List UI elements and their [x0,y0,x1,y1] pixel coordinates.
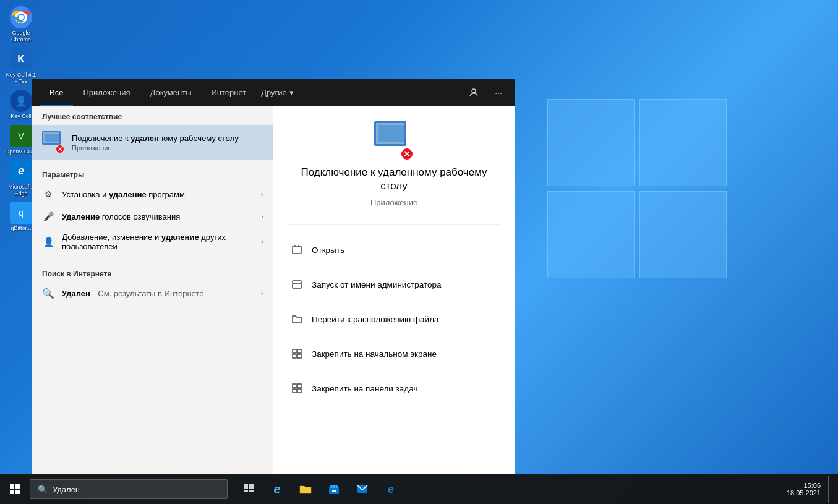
svg-rect-9 [293,354,296,358]
rdp-icon-large: ✕ [374,121,414,161]
qbittorent-label: qBittor... [11,225,31,232]
taskbar-store[interactable] [320,476,348,503]
tab-docs[interactable]: Документы [140,79,201,106]
clock-time: 15:06 [787,482,821,489]
svg-rect-5 [293,246,301,254]
internet-search-label: Поиск в Интернете [32,263,273,282]
svg-rect-15 [10,484,14,489]
start-menu: Все Приложения Документы Интернет Другие… [32,79,515,474]
more-options-icon[interactable]: ··· [490,84,507,101]
search-tabs: Все Приложения Документы Интернет Другие… [32,79,515,106]
tab-other-dropdown[interactable]: Другие ▾ [256,88,299,97]
settings-item-voice[interactable]: 🎤 Удаление голосов озвучивания › [32,205,273,228]
install-remove-text: Установка и удаление программ [62,190,254,199]
app-preview-type: Приложение [370,198,417,207]
internet-section: Поиск в Интернете 🔍 Удален - См. результ… [32,261,273,307]
app-preview-name: Подключение к удаленному рабочемустолу [301,166,487,193]
search-keyword: Удален [62,289,90,298]
pin-taskbar-label: Закрепить на панели задач [312,384,417,393]
show-desktop-button[interactable] [828,476,833,503]
gear-icon: ⚙ [42,188,54,200]
svg-rect-13 [293,389,296,393]
windows-logo-desktop [547,99,727,278]
svg-rect-11 [293,384,296,388]
svg-rect-19 [244,484,248,489]
pin-start-label: Закрепить на начальном экране [312,349,437,359]
chrome-label: Google Chrome [5,30,37,43]
search-content: Лучшее соответствие ✕ Подключение к удал… [32,106,515,474]
tab-internet[interactable]: Интернет [201,79,256,106]
arrow-icon-install: › [261,190,263,199]
taskbar-search-text: Удален [53,485,80,494]
svg-rect-20 [249,484,254,489]
best-match-label: Лучшее соответствие [32,106,273,125]
tabs-actions: ··· [465,84,507,101]
settings-label: Параметры [32,164,273,183]
svg-rect-6 [293,281,301,288]
taskbar-search-icon: 🔍 [38,485,48,494]
dropdown-chevron-icon: ▾ [289,88,294,97]
svg-rect-21 [244,490,248,492]
tab-all[interactable]: Все [40,79,73,106]
taskbar: 🔍 Удален e [0,474,838,504]
taskbar-task-view[interactable] [235,476,262,503]
arrow-icon-users: › [261,237,263,246]
taskbar-edge[interactable]: e [263,476,291,503]
svg-rect-24 [332,490,336,492]
settings-item-install[interactable]: ⚙ Установка и удаление программ › [32,183,273,205]
action-pin-taskbar[interactable]: Закрепить на панели задач [288,376,500,401]
taskbar-search-box[interactable]: 🔍 Удален [30,479,228,499]
arrow-icon-internet: › [261,289,263,297]
search-icon: 🔍 [42,287,54,299]
svg-rect-22 [249,490,254,492]
internet-search-text: Удален - См. результаты в Интернете [62,288,254,299]
windows-start-icon [9,484,20,495]
settings-item-users[interactable]: 👤 Добавление, изменение и удаление други… [32,228,273,256]
keycoll2-label: Key Coll [11,113,32,120]
open-label: Открыть [312,246,344,255]
svg-rect-14 [297,389,301,393]
taskbar-items: e e [235,476,404,503]
svg-rect-16 [15,484,20,489]
best-match-text: Подключение к удаленному рабочему столу … [72,133,263,152]
svg-rect-17 [10,490,14,494]
svg-rect-7 [293,349,296,353]
start-button[interactable] [0,474,30,504]
svg-rect-10 [297,354,301,358]
action-run-admin[interactable]: Запуск от имени администратора [288,272,500,297]
svg-point-3 [19,15,24,20]
action-pin-start[interactable]: Закрепить на начальном экране [288,341,500,366]
search-person-icon[interactable] [465,84,482,101]
clock-date: 18.05.2021 [787,489,821,497]
action-goto-file[interactable]: Перейти к расположению файла [288,307,500,331]
taskbar-explorer[interactable] [292,476,319,503]
pin-start-icon [291,348,303,360]
app-preview: ✕ Подключение к удаленному рабочемустолу… [288,121,500,207]
mic-icon: 🎤 [42,210,54,223]
right-panel: ✕ Подключение к удаленному рабочемустолу… [273,106,515,474]
svg-rect-8 [297,349,301,353]
settings-section: Параметры ⚙ Установка и удаление програм… [32,160,273,261]
desktop-icon-chrome[interactable]: Google Chrome [5,6,37,43]
tab-apps[interactable]: Приложения [73,79,140,106]
taskbar-mail[interactable] [349,476,376,503]
taskbar-clock[interactable]: 15:06 18.05.2021 [782,482,826,497]
pin-taskbar-icon [291,382,303,395]
folder-icon [291,313,303,325]
shield-icon [291,278,303,291]
search-description: - См. результаты в Интернете [93,289,203,298]
divider-1 [288,224,500,225]
internet-search-item[interactable]: 🔍 Удален - См. результаты в Интернете › [32,282,273,304]
left-panel: Лучшее соответствие ✕ Подключение к удал… [32,106,273,474]
svg-rect-18 [15,490,20,494]
goto-file-label: Перейти к расположению файла [312,315,439,324]
taskbar-ie[interactable]: e [377,476,404,503]
action-open[interactable]: Открыть [288,237,500,262]
add-remove-users-text: Добавление, изменение и удаление других … [62,233,254,251]
taskbar-right: 15:06 18.05.2021 [782,476,838,503]
open-icon [291,244,303,256]
svg-rect-12 [297,384,301,388]
user-icon: 👤 [42,236,54,248]
best-match-item[interactable]: ✕ Подключение к удаленному рабочему стол… [32,125,273,160]
run-admin-label: Запуск от имени администратора [312,280,442,289]
